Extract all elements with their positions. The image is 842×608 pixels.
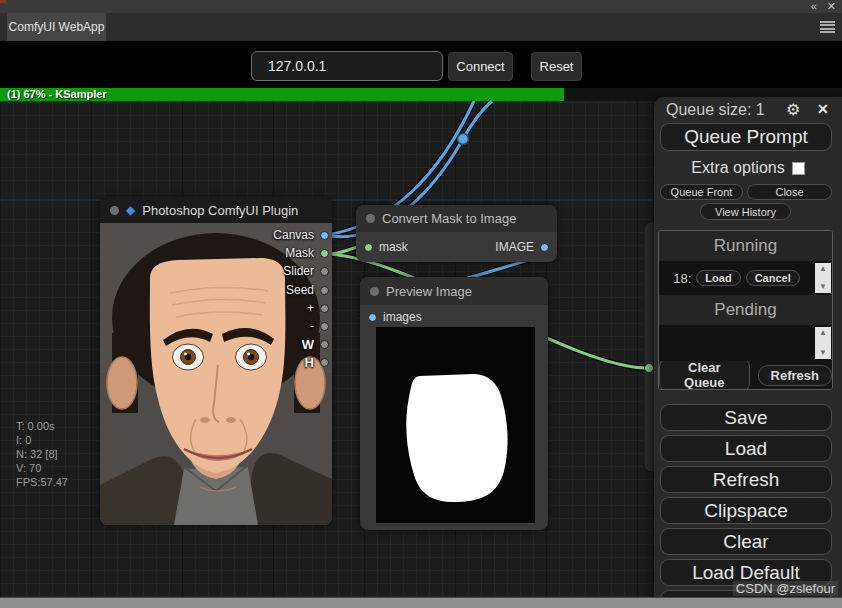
running-scrollbar[interactable]: ▲ ▼ (815, 263, 831, 293)
output-label-plus: + (307, 301, 314, 315)
input-label-mask: mask (379, 240, 408, 254)
refresh-queue-button[interactable]: Refresh (758, 365, 832, 386)
node-collapse-dot[interactable] (370, 287, 379, 296)
tab-bar: ComfyUI WebApp (0, 13, 842, 41)
connect-button[interactable]: Connect (448, 52, 513, 81)
mask-preview-image (376, 327, 535, 523)
cancel-running-button[interactable]: Cancel (746, 270, 800, 286)
queue-box: Running 18: Load Cancel ▲ ▼ Pending ▲ ▼ … (658, 230, 833, 390)
horizontal-scrollbar[interactable] (0, 597, 842, 608)
node-title-bar[interactable]: Convert Mask to Image (356, 205, 557, 232)
close-window-icon[interactable]: ✕ (827, 1, 836, 12)
extra-options-label: Extra options (691, 159, 784, 177)
pending-list: ▲ ▼ (659, 325, 832, 361)
clipspace-button[interactable]: Clipspace (660, 497, 832, 524)
reset-button[interactable]: Reset (531, 52, 582, 81)
recording-indicator (0, 0, 6, 3)
stat-nodes: N: 32 [8] (16, 447, 68, 461)
scroll-up-icon[interactable]: ▲ (815, 263, 831, 275)
node-collapse-dot[interactable] (110, 206, 119, 215)
extra-options-checkbox[interactable] (792, 162, 805, 175)
server-address-input[interactable] (251, 51, 443, 81)
node-title: Preview Image (386, 284, 472, 299)
output-slot-w[interactable] (320, 340, 329, 349)
node-collapse-dot[interactable] (366, 214, 375, 223)
output-slot-minus[interactable] (320, 322, 329, 331)
node-convert-mask-to-image[interactable]: Convert Mask to Image mask IMAGE (356, 205, 557, 262)
clear-button[interactable]: Clear (660, 528, 832, 555)
stat-fps: FPS:57.47 (16, 475, 68, 489)
node-title: Convert Mask to Image (382, 211, 516, 226)
hamburger-menu-icon[interactable] (820, 21, 835, 33)
node-title-bar[interactable]: ◆ Photoshop ComfyUI Plugin (100, 197, 332, 223)
node-title-bar[interactable]: Preview Image (360, 277, 548, 305)
output-slot-image[interactable] (540, 243, 549, 252)
output-label-seed: Seed (286, 283, 314, 297)
queue-front-button[interactable]: Queue Front (660, 184, 743, 200)
scroll-down-icon[interactable]: ▼ (815, 347, 831, 359)
pending-header: Pending (659, 295, 832, 325)
node-photoshop-comfyui-plugin[interactable]: ◆ Photoshop ComfyUI Plugin (100, 197, 332, 525)
load-running-button[interactable]: Load (696, 270, 740, 286)
collapse-window-icon[interactable]: « (811, 1, 817, 12)
view-history-button[interactable]: View History (700, 203, 791, 220)
clear-queue-button[interactable]: Clear Queue (659, 357, 750, 390)
output-slot-mask[interactable] (320, 249, 329, 258)
running-header: Running (659, 231, 832, 261)
output-label-w: W (302, 337, 314, 352)
node-title: Photoshop ComfyUI Plugin (142, 203, 298, 218)
comfyui-webapp-window: « ✕ ComfyUI WebApp Connect Reset (1) 67%… (0, 0, 842, 608)
output-slot-canvas[interactable] (320, 231, 329, 240)
output-slot-seed[interactable] (320, 286, 329, 295)
running-item: 18: Load Cancel ▲ ▼ (659, 261, 832, 295)
stat-time: T: 0.00s (16, 419, 68, 433)
menu-drag-header[interactable]: Queue size: 1 ⚙ ✕ (654, 100, 842, 120)
input-slot-mask[interactable] (364, 243, 373, 252)
output-label-minus: - (310, 319, 314, 333)
comfy-menu-panel: Queue size: 1 ⚙ ✕ Queue Prompt Extra opt… (654, 97, 842, 608)
output-slot-h[interactable] (320, 358, 329, 367)
tab-comfyui-webapp[interactable]: ComfyUI WebApp (7, 13, 106, 41)
settings-gear-icon[interactable]: ⚙ (786, 100, 800, 119)
menu-close-icon[interactable]: ✕ (817, 101, 829, 117)
output-label-slider: Slider (283, 264, 314, 278)
running-item-id: 18: (673, 271, 691, 286)
node-badge-diamond-icon: ◆ (126, 204, 135, 216)
scroll-up-icon[interactable]: ▲ (815, 327, 831, 339)
output-label-h: H (305, 355, 314, 370)
load-button[interactable]: Load (660, 435, 832, 462)
stat-iterations: I: 0 (16, 433, 68, 447)
scroll-down-icon[interactable]: ▼ (815, 281, 831, 293)
output-label-canvas: Canvas (273, 228, 314, 242)
canvas-stats: T: 0.00s I: 0 N: 32 [8] V: 70 FPS:57.47 (16, 419, 68, 489)
close-queue-button[interactable]: Close (747, 184, 832, 200)
output-label-mask: Mask (285, 246, 314, 260)
input-label-images: images (383, 310, 422, 324)
stat-version: V: 70 (16, 461, 68, 475)
output-slot-slider[interactable] (320, 267, 329, 276)
watermark: CSDN @zslefour (733, 581, 838, 596)
progress-label: (1) 67% - KSampler (7, 88, 107, 101)
queue-prompt-button[interactable]: Queue Prompt (660, 123, 832, 151)
output-label-image: IMAGE (495, 240, 534, 254)
window-title-strip: « ✕ (0, 0, 842, 13)
output-slot-plus[interactable] (320, 304, 329, 313)
pending-scrollbar[interactable]: ▲ ▼ (815, 327, 831, 359)
refresh-button[interactable]: Refresh (660, 466, 832, 493)
queue-size-label: Queue size: 1 (666, 101, 765, 119)
input-slot-images[interactable] (368, 313, 377, 322)
save-button[interactable]: Save (660, 404, 832, 431)
node-preview-image[interactable]: Preview Image images (360, 277, 548, 530)
connection-toolbar: Connect Reset (0, 41, 842, 88)
